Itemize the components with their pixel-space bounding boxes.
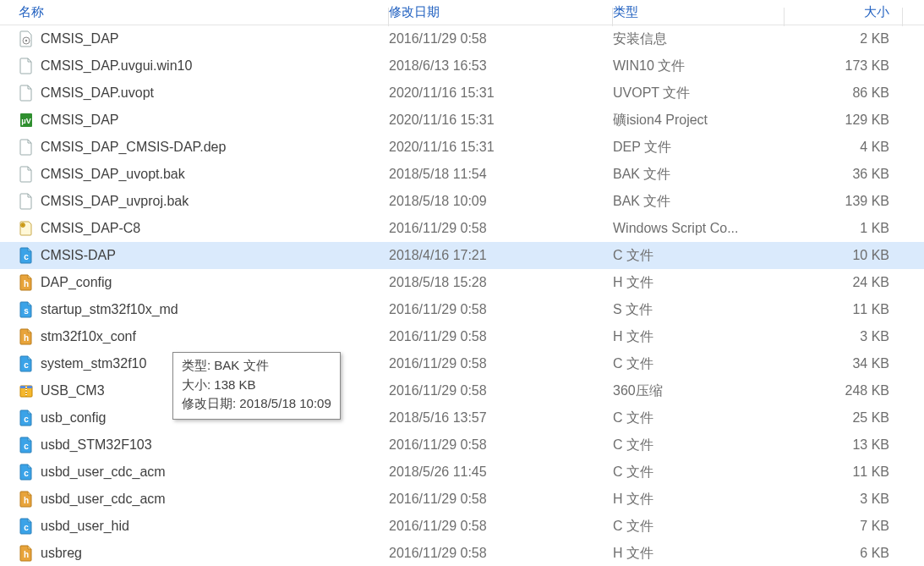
file-date-cell: 2018/5/26 11:45: [389, 464, 613, 480]
svg-rect-14: [25, 389, 27, 390]
file-row[interactable]: cusbd_STM32F1032016/11/29 0:58C 文件13 KB: [0, 431, 924, 459]
file-date-cell: 2016/11/29 0:58: [389, 437, 613, 453]
file-type-cell: BAK 文件: [613, 193, 785, 211]
svg-rect-15: [25, 392, 27, 393]
file-row[interactable]: CMSIS_DAP.uvgui.win102018/6/13 16:53WIN1…: [0, 52, 924, 80]
file-date-cell: 2016/11/29 0:58: [389, 492, 613, 507]
file-size-cell: 2 KB: [785, 31, 903, 47]
file-name-cell: hstm32f10x_conf: [19, 328, 389, 345]
file-row[interactable]: CMSIS_DAP2016/11/29 0:58安装信息2 KB: [0, 25, 924, 52]
file-type-cell: DEP 文件: [613, 139, 785, 157]
file-name-label: startup_stm32f10x_md: [41, 302, 178, 317]
file-name-cell: CMSIS_DAP-C8: [19, 220, 389, 237]
file-name-cell: husbd_user_cdc_acm: [19, 491, 389, 508]
tooltip-type: 类型: BAK 文件: [182, 356, 331, 376]
file-size-cell: 36 KB: [785, 167, 903, 182]
file-size-cell: 7 KB: [785, 519, 903, 534]
svg-text:c: c: [24, 360, 29, 370]
svg-text:c: c: [24, 442, 29, 451]
file-name-label: CMSIS-DAP: [41, 248, 116, 263]
svg-text:h: h: [24, 279, 29, 288]
h-file-icon: h: [19, 545, 34, 562]
file-name-label: system_stm32f10: [41, 356, 146, 371]
file-row[interactable]: csystem_stm32f102016/11/29 0:58C 文件34 KB: [0, 350, 924, 377]
file-date-cell: 2020/11/16 15:31: [389, 85, 613, 101]
file-size-cell: 248 KB: [785, 383, 903, 398]
file-date-cell: 2016/11/29 0:58: [389, 519, 613, 534]
blank-file-icon: [19, 58, 34, 74]
file-size-cell: 10 KB: [785, 248, 903, 263]
file-type-cell: BAK 文件: [613, 166, 785, 184]
file-name-cell: cCMSIS-DAP: [19, 247, 389, 264]
file-name-label: CMSIS_DAP_CMSIS-DAP.dep: [41, 140, 226, 155]
c-file-icon: c: [19, 247, 34, 264]
column-header-name[interactable]: 名称: [19, 4, 389, 20]
svg-text:μV: μV: [21, 117, 31, 125]
file-row[interactable]: USB_CM32016/11/29 0:58360压缩248 KB: [0, 377, 924, 404]
h-file-icon: h: [19, 491, 34, 508]
script-file-icon: [19, 220, 34, 237]
file-name-cell: CMSIS_DAP_uvopt.bak: [19, 166, 389, 183]
file-row[interactable]: CMSIS_DAP-C82016/11/29 0:58Windows Scrip…: [0, 215, 924, 242]
file-name-cell: CMSIS_DAP.uvopt: [19, 85, 389, 102]
file-name-label: CMSIS_DAP: [41, 113, 118, 128]
column-header-size[interactable]: 大小: [785, 4, 903, 20]
file-row[interactable]: CMSIS_DAP_CMSIS-DAP.dep2020/11/16 15:31D…: [0, 134, 924, 161]
column-header-type[interactable]: 类型: [613, 4, 785, 20]
file-name-label: usbd_user_hid: [41, 519, 129, 534]
svg-text:s: s: [24, 306, 29, 316]
file-size-cell: 3 KB: [785, 329, 903, 344]
file-name-cell: sstartup_stm32f10x_md: [19, 301, 389, 318]
file-name-label: CMSIS_DAP.uvgui.win10: [41, 58, 192, 74]
zip-file-icon: [19, 382, 34, 399]
column-header-date[interactable]: 修改日期: [389, 4, 613, 20]
svg-text:h: h: [24, 550, 29, 559]
file-row[interactable]: cusbd_user_hid2016/11/29 0:58C 文件7 KB: [0, 513, 924, 540]
file-date-cell: 2018/5/16 13:57: [389, 410, 613, 426]
file-type-cell: C 文件: [613, 247, 785, 265]
file-row[interactable]: hDAP_config2018/5/18 15:28H 文件24 KB: [0, 269, 924, 296]
c-file-icon: c: [19, 409, 34, 426]
file-name-label: stm32f10x_conf: [41, 329, 136, 344]
svg-text:h: h: [24, 333, 29, 343]
file-type-cell: 360压缩: [613, 382, 785, 400]
file-size-cell: 25 KB: [785, 410, 903, 426]
file-row[interactable]: CMSIS_DAP_uvproj.bak2018/5/18 10:09BAK 文…: [0, 188, 924, 215]
file-name-cell: CMSIS_DAP_uvproj.bak: [19, 193, 389, 210]
file-size-cell: 11 KB: [785, 302, 903, 317]
file-type-cell: C 文件: [613, 355, 785, 373]
file-size-cell: 13 KB: [785, 437, 903, 453]
blank-file-icon: [19, 85, 34, 102]
file-row[interactable]: sstartup_stm32f10x_md2016/11/29 0:58S 文件…: [0, 296, 924, 323]
blank-file-icon: [19, 166, 34, 183]
svg-text:c: c: [24, 523, 29, 532]
file-date-cell: 2018/6/13 16:53: [389, 58, 613, 74]
c-file-icon: c: [19, 355, 34, 372]
file-size-cell: 86 KB: [785, 85, 903, 101]
inf-file-icon: [19, 30, 34, 47]
file-date-cell: 2016/11/29 0:58: [389, 302, 613, 317]
file-tooltip: 类型: BAK 文件 大小: 138 KB 修改日期: 2018/5/18 10…: [172, 352, 341, 420]
file-row[interactable]: husbreg2016/11/29 0:58H 文件6 KB: [0, 540, 924, 566]
file-row[interactable]: CMSIS_DAP.uvopt2020/11/16 15:31UVOPT 文件8…: [0, 80, 924, 107]
file-name-label: CMSIS_DAP_uvopt.bak: [41, 167, 185, 182]
file-date-cell: 2016/11/29 0:58: [389, 329, 613, 344]
file-date-cell: 2016/11/29 0:58: [389, 356, 613, 371]
h-file-icon: h: [19, 328, 34, 345]
file-date-cell: 2018/5/18 11:54: [389, 167, 613, 182]
file-type-cell: C 文件: [613, 437, 785, 454]
file-row[interactable]: hstm32f10x_conf2016/11/29 0:58H 文件3 KB: [0, 323, 924, 350]
file-row[interactable]: cusbd_user_cdc_acm2018/5/26 11:45C 文件11 …: [0, 459, 924, 486]
file-type-cell: C 文件: [613, 409, 785, 427]
svg-text:c: c: [24, 415, 29, 424]
file-row[interactable]: μVCMSIS_DAP2020/11/16 15:31礦ision4 Proje…: [0, 107, 924, 134]
file-row[interactable]: cCMSIS-DAP2018/4/16 17:21C 文件10 KB: [0, 242, 924, 269]
file-name-label: usbd_user_cdc_acm: [41, 464, 166, 480]
file-date-cell: 2016/11/29 0:58: [389, 546, 613, 561]
file-row[interactable]: husbd_user_cdc_acm2016/11/29 0:58H 文件3 K…: [0, 486, 924, 513]
file-row[interactable]: cusb_config2018/5/16 13:57C 文件25 KB: [0, 404, 924, 431]
file-size-cell: 1 KB: [785, 221, 903, 236]
file-type-cell: UVOPT 文件: [613, 85, 785, 102]
file-name-label: CMSIS_DAP-C8: [41, 221, 140, 236]
file-row[interactable]: CMSIS_DAP_uvopt.bak2018/5/18 11:54BAK 文件…: [0, 161, 924, 188]
